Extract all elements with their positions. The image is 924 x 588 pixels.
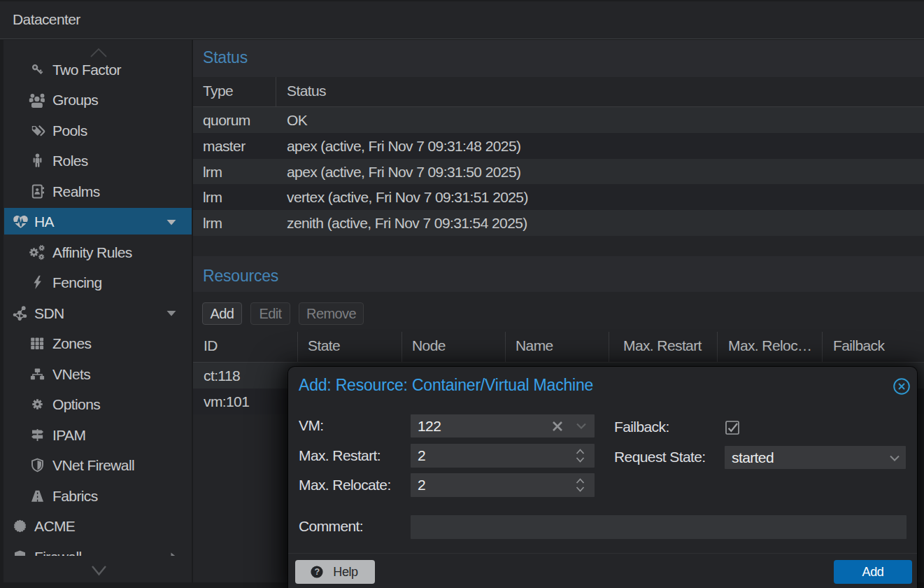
svg-text:?: ? <box>314 567 319 577</box>
